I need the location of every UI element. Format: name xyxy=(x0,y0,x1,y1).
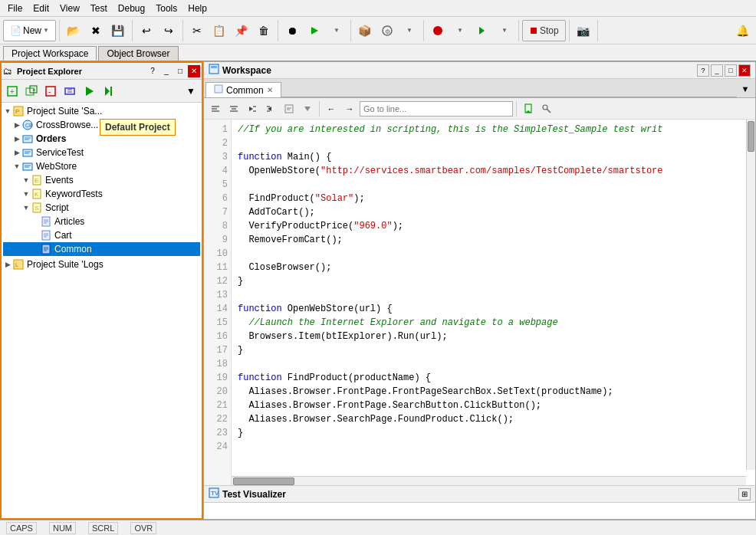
explorer-icon: 🗂 xyxy=(3,66,12,77)
code-text[interactable]: //If you are interested in scripting, th… xyxy=(232,120,755,485)
code-scroll[interactable]: 12345 678910 1112131415 1617181920 21222… xyxy=(204,120,755,485)
workspace-maximize-btn[interactable]: □ xyxy=(725,64,737,77)
more-options-button[interactable]: ▼ xyxy=(182,82,200,100)
tree-webstore[interactable]: ▼ WebStore xyxy=(3,159,200,173)
nav-back-btn[interactable]: ← xyxy=(323,100,340,117)
tab-project-workspace[interactable]: Project Workspace xyxy=(3,46,97,61)
cut-button[interactable]: ✂ xyxy=(186,20,208,41)
align-center-btn[interactable] xyxy=(225,100,242,117)
editor-tab-common[interactable]: Common ✕ xyxy=(205,82,281,97)
svg-rect-52 xyxy=(209,64,219,74)
tree-servicetest[interactable]: ▶ ServiceTest xyxy=(3,146,200,159)
indent-btn[interactable] xyxy=(244,100,261,117)
play-dropdown[interactable]: ▼ xyxy=(326,20,347,41)
align-left-btn[interactable] xyxy=(207,100,224,117)
resume-button[interactable] xyxy=(472,20,493,41)
svg-rect-54 xyxy=(215,85,222,93)
undo-button[interactable]: ↩ xyxy=(136,20,157,41)
close-button[interactable]: ✖ xyxy=(85,20,107,41)
expand-servicetest-icon[interactable]: ▶ xyxy=(12,149,21,156)
test-vis-expand-btn[interactable]: ⊞ xyxy=(738,488,751,501)
code-editor: 12345 678910 1112131415 1617181920 21222… xyxy=(204,120,755,485)
expand-orders-icon[interactable]: ▶ xyxy=(12,135,21,143)
workspace-close-btn[interactable]: ✕ xyxy=(738,64,751,77)
toggle-comment-btn[interactable] xyxy=(281,100,297,117)
hscrollbar[interactable] xyxy=(232,476,746,485)
workspace-controls: ? _ □ ✕ xyxy=(697,64,751,77)
run-stop-button[interactable] xyxy=(427,20,449,41)
stop-button[interactable]: Stop xyxy=(522,20,566,41)
camera-button[interactable]: 📷 xyxy=(573,20,594,41)
menu-debug[interactable]: Debug xyxy=(113,2,150,15)
tabs-scroll-btn[interactable]: ▼ xyxy=(737,80,754,97)
explorer-close-btn[interactable]: ✕ xyxy=(188,65,200,77)
menu-edit[interactable]: Edit xyxy=(28,2,54,15)
open-button[interactable]: 📂 xyxy=(63,20,84,41)
delete-button[interactable]: 🗑 xyxy=(253,20,274,41)
tree-orders[interactable]: ▶ Orders xyxy=(3,132,200,146)
workspace-minimize-btn[interactable]: _ xyxy=(711,64,723,77)
explorer-minimize-btn[interactable]: _ xyxy=(160,65,173,77)
tree-keywordtests[interactable]: ▼ K KeywordTests xyxy=(3,187,200,201)
expand-events-icon[interactable]: ▼ xyxy=(21,176,31,184)
menu-tools[interactable]: Tools xyxy=(151,2,182,15)
run-test-button[interactable] xyxy=(80,82,98,100)
menu-test[interactable]: Test xyxy=(86,2,112,15)
vscrollbar-thumb[interactable] xyxy=(748,121,754,152)
tree-suite-logs[interactable]: ▶ L Project Suite 'Logs xyxy=(3,258,200,271)
vscrollbar[interactable] xyxy=(746,120,755,470)
copy-button[interactable]: 📋 xyxy=(209,20,230,41)
remove-button[interactable]: - xyxy=(41,82,60,100)
record-button[interactable]: ⏺ xyxy=(281,20,303,41)
expand-keyword-icon[interactable]: ▼ xyxy=(21,190,31,198)
outdent-btn[interactable] xyxy=(262,100,279,117)
expand-suite-icon[interactable]: ▼ xyxy=(3,107,12,115)
add-item-button[interactable]: + xyxy=(3,82,21,100)
explorer-help-btn[interactable]: ? xyxy=(146,65,159,77)
build-button[interactable]: ⚙ xyxy=(376,20,398,41)
run-dropdown[interactable]: ▼ xyxy=(449,20,471,41)
tab-close-icon[interactable]: ✕ xyxy=(267,86,273,94)
goto-line-input[interactable] xyxy=(360,101,513,117)
expand-script-icon[interactable]: ▼ xyxy=(21,204,31,212)
hscrollbar-thumb[interactable] xyxy=(233,478,294,485)
explorer-maximize-btn[interactable]: □ xyxy=(174,65,186,77)
expand-webstore-icon[interactable]: ▼ xyxy=(12,162,21,170)
expand-crossbrowse-icon[interactable]: ▶ xyxy=(12,121,21,129)
tree-articles[interactable]: Articles xyxy=(3,215,200,228)
redo-button[interactable]: ↪ xyxy=(158,20,179,41)
inspector-btn[interactable] xyxy=(538,100,555,117)
tree-project-suite[interactable]: ▼ P Project Suite 'Sa... xyxy=(3,104,200,118)
new-icon: 📄 xyxy=(10,25,21,36)
expand-logs-icon[interactable]: ▶ xyxy=(3,261,12,268)
notifications-button[interactable]: 🔔 xyxy=(731,20,753,41)
paste-button[interactable]: 📌 xyxy=(231,20,252,41)
tree-events[interactable]: ▼ E Events xyxy=(3,173,200,187)
tree-cart[interactable]: Cart xyxy=(3,228,200,242)
test-vis-label: Test Visualizer xyxy=(222,489,286,500)
package-button[interactable]: 📦 xyxy=(354,20,376,41)
menu-file[interactable]: File xyxy=(3,2,27,15)
nav-forward-btn[interactable]: → xyxy=(341,100,358,117)
add-child-button[interactable]: + xyxy=(22,82,41,100)
workspace-help-btn[interactable]: ? xyxy=(697,64,709,77)
save-button[interactable]: 💾 xyxy=(107,20,129,41)
tree-crossbrowse[interactable]: ▶ CB CrossBrowse... xyxy=(3,118,200,132)
play-button[interactable] xyxy=(304,20,325,41)
resume-dropdown[interactable]: ▼ xyxy=(494,20,515,41)
tree-script[interactable]: ▼ S Script xyxy=(3,201,200,215)
build-dropdown[interactable]: ▼ xyxy=(399,20,420,41)
new-button[interactable]: 📄 New ▼ xyxy=(3,20,56,41)
workspace-icon xyxy=(209,64,219,77)
explorer-header: 🗂 Project Explorer ? _ □ ✕ xyxy=(2,63,202,80)
tree-common[interactable]: Common xyxy=(3,242,200,256)
expand-btn[interactable] xyxy=(299,100,316,117)
properties-button[interactable] xyxy=(61,82,79,100)
tab-object-browser[interactable]: Object Browser xyxy=(98,46,178,61)
menu-help[interactable]: Help xyxy=(183,2,212,15)
svg-line-74 xyxy=(547,109,551,113)
menu-view[interactable]: View xyxy=(55,2,84,15)
editor-tabs: Common ✕ ▼ xyxy=(204,79,755,98)
step-button[interactable] xyxy=(99,82,117,100)
bookmark-btn[interactable] xyxy=(520,100,537,117)
